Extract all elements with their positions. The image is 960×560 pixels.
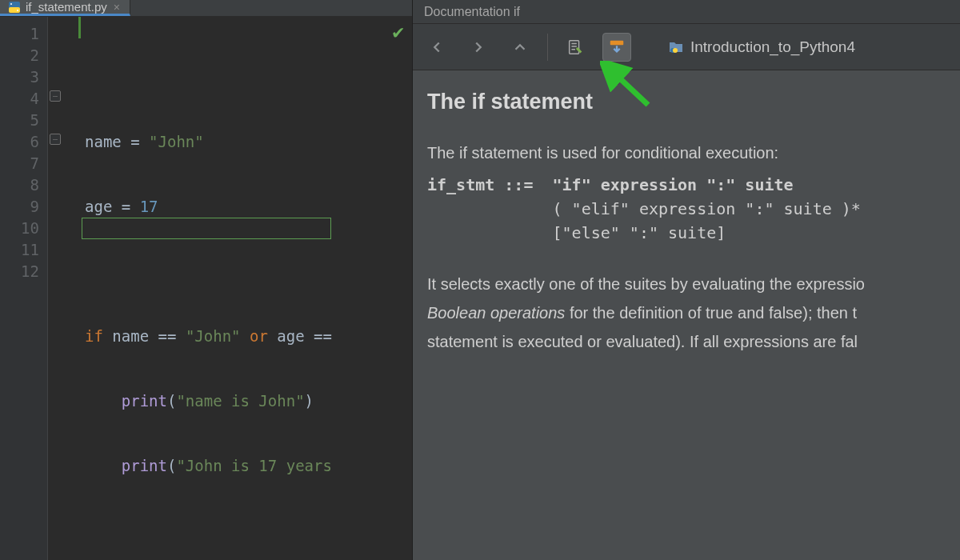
line-number: 7 — [0, 153, 39, 174]
doc-paragraph: Boolean operations for the definition of… — [427, 301, 960, 325]
inspection-ok-icon: ✔ — [393, 22, 404, 43]
editor-tab-label: if_statement.py — [26, 0, 107, 14]
doc-intro: The if statement is used for conditional… — [427, 141, 960, 165]
line-number: 9 — [0, 196, 39, 218]
editor-pane: if_statement.py × 1 2 3 4 5 6 7 8 9 10 1… — [0, 0, 413, 560]
breadcrumb-label: Introduction_to_Python4 — [690, 38, 855, 56]
line-number: 12 — [0, 261, 39, 282]
doc-paragraph: It selects exactly one of the suites by … — [427, 272, 960, 296]
fold-toggle-icon[interactable]: – — [50, 90, 61, 102]
documentation-breadcrumb[interactable]: Introduction_to_Python4 — [668, 38, 855, 56]
close-tab-icon[interactable]: × — [112, 1, 122, 14]
line-number: 3 — [0, 66, 39, 88]
line-number: 11 — [0, 239, 39, 261]
line-number: 8 — [0, 174, 39, 196]
nav-forward-button[interactable] — [464, 33, 493, 62]
line-number: 5 — [0, 110, 39, 131]
editor-tab-bar: if_statement.py × — [0, 0, 412, 17]
edit-source-button[interactable] — [561, 33, 590, 62]
nav-back-button[interactable] — [422, 33, 451, 62]
doc-heading: The if statement — [427, 90, 960, 114]
svg-point-3 — [17, 10, 18, 11]
code-area[interactable]: ✔ name = "John" age = 17 if name == "Joh… — [82, 17, 412, 560]
svg-point-7 — [673, 48, 678, 53]
documentation-content[interactable]: The if statement The if statement is use… — [413, 70, 960, 560]
doc-paragraph: statement is executed or evaluated). If … — [427, 330, 960, 354]
documentation-toolbar: Introduction_to_Python4 — [413, 24, 960, 70]
line-number: 6 — [0, 131, 39, 153]
svg-point-2 — [10, 3, 12, 5]
nav-up-button[interactable] — [506, 33, 534, 62]
svg-rect-5 — [610, 40, 624, 45]
project-folder-icon — [668, 39, 684, 55]
doc-grammar-block: if_stmt ::= "if" expression ":" suite ( … — [427, 173, 960, 245]
line-number: 2 — [0, 45, 39, 66]
line-number-gutter: 1 2 3 4 5 6 7 8 9 10 11 12 — [0, 17, 48, 560]
fold-toggle-icon[interactable]: – — [50, 134, 61, 145]
vcs-change-marker — [78, 17, 81, 38]
fold-strip: – – — [48, 17, 82, 560]
python-file-icon — [8, 1, 21, 14]
auto-scroll-button[interactable] — [602, 33, 631, 62]
documentation-pane: Documentation if Introduction_to_Python4 — [413, 0, 960, 560]
editor-tab[interactable]: if_statement.py × — [0, 0, 130, 16]
documentation-panel-title: Documentation if — [413, 0, 960, 24]
line-number: 4 — [0, 88, 39, 110]
toolbar-separator — [547, 34, 548, 61]
editor-body[interactable]: 1 2 3 4 5 6 7 8 9 10 11 12 – – ✔ name = … — [0, 17, 412, 560]
line-number: 10 — [0, 218, 39, 239]
svg-rect-1 — [9, 7, 20, 13]
line-number: 1 — [0, 23, 39, 45]
selection-highlight — [82, 218, 331, 239]
